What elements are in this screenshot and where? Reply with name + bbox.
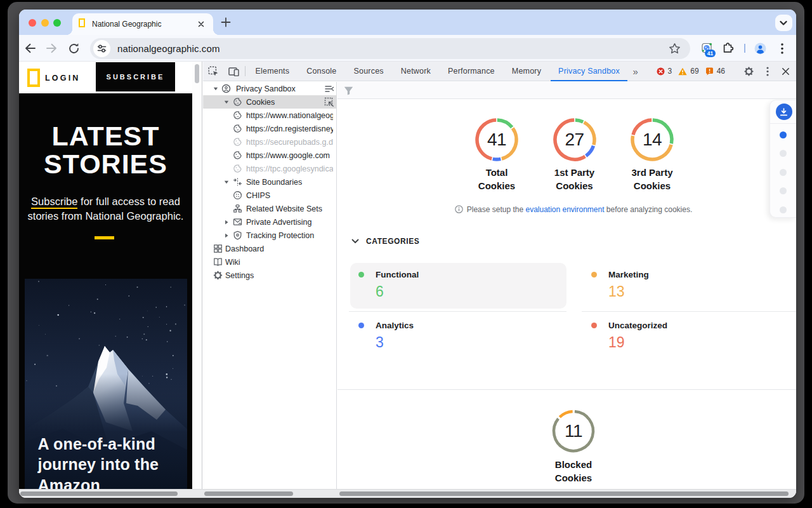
devtools-settings-icon[interactable] — [740, 63, 757, 79]
back-icon[interactable] — [23, 35, 37, 62]
sidebar-item-https-tpc-googlesyndication-com[interactable]: https://tpc.googlesyndication.com — [203, 162, 336, 175]
tree-collapsed-arrow-icon[interactable] — [224, 233, 229, 238]
filter-icon[interactable] — [344, 86, 353, 95]
donut-value: 11 — [549, 407, 598, 455]
horizontal-scrollbar[interactable] — [19, 489, 796, 498]
more-tabs-icon[interactable]: » — [628, 66, 641, 77]
issues-count[interactable]: 46 — [717, 67, 725, 76]
sidebar-item-https-www-google-com[interactable]: https://www.google.com — [203, 149, 336, 162]
devtools-tab-elements[interactable]: Elements — [247, 62, 298, 81]
sidebar-item-private-advertising[interactable]: Private Advertising — [203, 215, 336, 229]
sidebar-item-related-website-sets[interactable]: Related Website Sets — [203, 202, 336, 215]
devtools-tab-privacy-sandbox[interactable]: Privacy Sandbox — [550, 62, 629, 81]
devtools-tab-performance[interactable]: Performance — [440, 62, 504, 81]
inspect-icon[interactable] — [324, 97, 334, 107]
categories-section-header[interactable]: CATEGORIES — [351, 236, 419, 247]
tree-collapsed-arrow-icon[interactable] — [224, 220, 229, 225]
site-info-icon[interactable] — [93, 40, 110, 57]
dashboard-icon — [213, 244, 223, 253]
cookie-icon — [233, 97, 242, 107]
browser-tab[interactable]: National Geographic — [72, 13, 213, 35]
sidebar-item-tracking-protection[interactable]: Tracking Protection — [203, 229, 336, 242]
sidebar-item-dashboard[interactable]: Dashboard — [203, 242, 336, 255]
address-bar[interactable]: nationalgeographic.com — [90, 38, 690, 59]
inspect-element-icon[interactable] — [203, 62, 223, 81]
category-card-analytics[interactable]: Analytics 3 — [349, 312, 566, 363]
section-dot-active[interactable] — [780, 131, 787, 138]
tree-expanded-arrow-icon[interactable] — [224, 100, 229, 105]
category-card-uncategorized[interactable]: Uncategorized 19 — [582, 312, 796, 363]
tab-search-button[interactable] — [775, 15, 792, 31]
sidebar-item-privacy-sandbox[interactable]: Privacy Sandbox — [203, 82, 336, 95]
devtools-tab-network[interactable]: Network — [392, 62, 439, 81]
macos-zoom-button[interactable] — [53, 19, 61, 27]
page-scrollbar-thumb[interactable] — [195, 64, 199, 83]
devtools-tab-sources[interactable]: Sources — [345, 62, 392, 81]
donut-chart-label: TotalCookies — [452, 166, 541, 192]
login-button[interactable]: LOGIN — [45, 62, 81, 93]
warning-icon[interactable] — [678, 67, 687, 76]
cookie-icon — [233, 150, 242, 160]
donut-chart-1st-party-cookies: 27 — [551, 116, 599, 164]
sidebar-hscroll-thumb[interactable] — [204, 491, 293, 496]
subscribe-link[interactable]: Subscribe — [31, 196, 77, 209]
cookie-icon — [233, 137, 242, 147]
sidebar-item-settings[interactable]: Settings — [203, 269, 336, 282]
error-icon[interactable] — [657, 67, 665, 76]
natgeo-logo[interactable] — [27, 69, 40, 88]
devtools-close-icon[interactable] — [777, 63, 794, 79]
category-card-marketing[interactable]: Marketing 13 — [582, 261, 796, 312]
devtools-menu-icon[interactable] — [759, 63, 776, 79]
new-tab-button[interactable] — [220, 17, 232, 28]
tree-expanded-arrow-icon[interactable] — [224, 180, 229, 185]
extensions-puzzle-icon[interactable] — [720, 35, 735, 62]
macos-close-button[interactable] — [29, 19, 36, 27]
site-boundaries-icon — [233, 177, 242, 187]
download-report-button[interactable] — [776, 104, 792, 120]
devtools-tab-console[interactable]: Console — [298, 62, 345, 81]
main-hscroll-thumb[interactable] — [339, 491, 789, 496]
evaluation-environment-link[interactable]: evaluation environment — [525, 205, 604, 214]
tab-close-icon[interactable] — [195, 18, 207, 30]
devtools-tab-memory[interactable]: Memory — [503, 62, 549, 81]
sidebar-item-site-boundaries[interactable]: Site Boundaries — [203, 175, 336, 189]
error-count[interactable]: 3 — [668, 67, 672, 76]
issues-icon[interactable] — [705, 67, 714, 76]
sidebar-item-https-securepubads-g-doubleclick-net[interactable]: https://securepubads.g.doubleclick.net — [203, 135, 336, 149]
category-dot-icon — [591, 323, 597, 328]
sidebar-item-wiki[interactable]: Wiki — [203, 255, 336, 269]
content-row: LOGIN SUBSCRIBE LATEST STORIES Subscribe… — [19, 62, 796, 489]
sidebar-item-https-cdn-registerdisney-go-com[interactable]: https://cdn.registerdisney.go.com — [203, 122, 336, 135]
subscribe-button[interactable]: SUBSCRIBE — [96, 62, 175, 91]
macos-minimize-button[interactable] — [41, 19, 49, 27]
cookie-icon — [233, 124, 242, 133]
tree-label: Cookies — [246, 98, 333, 107]
device-toolbar-icon[interactable] — [223, 62, 244, 81]
section-dot[interactable] — [780, 169, 787, 176]
page-hscroll-thumb[interactable] — [20, 491, 178, 496]
reload-icon[interactable] — [66, 35, 81, 62]
warning-count[interactable]: 69 — [690, 67, 698, 76]
info-banner: Please setup the evaluation environment … — [337, 205, 796, 214]
page-scrollbar[interactable] — [192, 62, 202, 489]
story-card[interactable]: A one-of-a-kind journey into the Amazon — [25, 279, 188, 490]
section-dot[interactable] — [780, 206, 787, 213]
donut-chart-label: BlockedCookies — [529, 458, 618, 485]
donut-chart-blocked-cookies: 11 — [549, 407, 598, 455]
sidebar-item-cookies[interactable]: Cookies — [203, 95, 336, 109]
sidebar-item-chips[interactable]: CHIPS — [203, 189, 336, 202]
chrome-menu-icon[interactable] — [776, 35, 789, 62]
collapse-icon[interactable] — [324, 84, 334, 94]
sidebar-item-https-www-nationalgeographic-com[interactable]: https://www.nationalgeographic.com — [203, 109, 336, 122]
url-text[interactable]: nationalgeographic.com — [117, 38, 219, 59]
forward-icon[interactable] — [44, 35, 58, 62]
profile-avatar[interactable] — [754, 35, 766, 62]
psat-extension-icon[interactable] — [700, 35, 715, 62]
filter-bar — [337, 82, 796, 99]
section-dot[interactable] — [780, 187, 787, 194]
tree-expanded-arrow-icon[interactable] — [213, 86, 218, 91]
section-dot[interactable] — [780, 150, 787, 157]
bookmark-star-icon[interactable] — [669, 43, 681, 55]
tree-label: Private Advertising — [246, 218, 333, 227]
category-card-functional[interactable]: Functional 6 — [349, 261, 566, 312]
